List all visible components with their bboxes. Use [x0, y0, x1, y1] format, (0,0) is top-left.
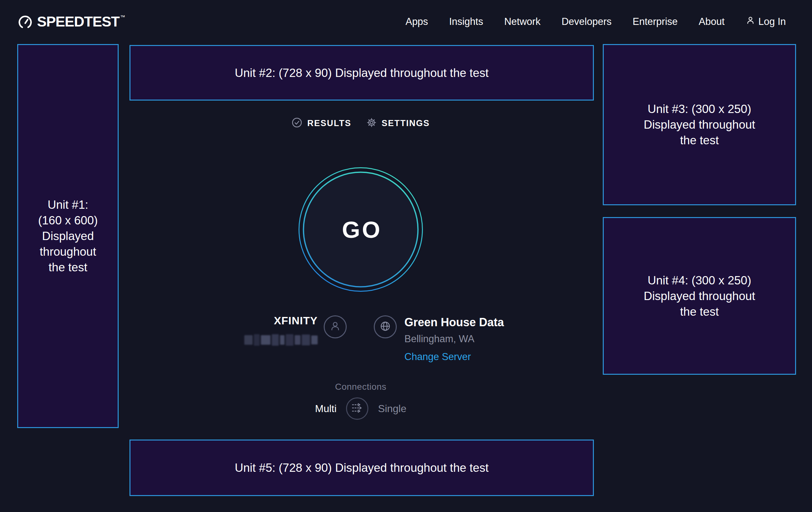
results-settings-tabs: RESULTS SETTINGS — [119, 114, 603, 133]
redacted-ip-address — [244, 334, 318, 346]
ad-text-line: Unit #1: — [48, 197, 88, 213]
ad-text-line: (160 x 600) — [38, 213, 97, 228]
server-info: Green House Data Bellingham, WA Change S… — [404, 315, 504, 363]
globe-icon — [378, 319, 392, 334]
server-globe-badge — [374, 315, 397, 339]
ad-unit-1-skyscraper[interactable]: Unit #1: (160 x 600) Displayed throughou… — [17, 44, 119, 428]
user-icon — [746, 16, 755, 28]
connections-label: Connections — [119, 382, 603, 392]
ad-text-line: Unit #3: (300 x 250) — [648, 101, 751, 117]
isp-name: XFINITY — [204, 314, 318, 327]
ad-unit-2-leaderboard[interactable]: Unit #2: (728 x 90) Displayed throughout… — [129, 45, 594, 101]
brand-wordmark: SPEEDTEST™ — [37, 14, 125, 29]
nav-item-enterprise[interactable]: Enterprise — [633, 16, 677, 27]
server-location: Bellingham, WA — [404, 332, 504, 345]
connections-toggle-button[interactable] — [346, 397, 368, 420]
connections-single-label: Single — [378, 403, 406, 415]
ad-text-line: Displayed — [42, 228, 94, 244]
go-button-label: GO — [298, 167, 423, 292]
change-server-link[interactable]: Change Server — [404, 350, 471, 363]
login-button[interactable]: Log In — [746, 16, 786, 28]
ad-text-line: Unit #5: (728 x 90) Displayed throughout… — [235, 460, 489, 476]
tab-results[interactable]: RESULTS — [291, 117, 351, 129]
trademark-mark: ™ — [120, 14, 125, 21]
ad-text-line: Unit #4: (300 x 250) — [648, 273, 751, 288]
ad-text-line: Displayed throughout — [644, 288, 755, 304]
connections-toggle-row: Multi Single — [119, 397, 603, 420]
ad-text-line: throughout — [40, 244, 96, 260]
tab-settings[interactable]: SETTINGS — [366, 117, 430, 129]
nav-item-developers[interactable]: Developers — [562, 16, 612, 27]
connections-multi-label: Multi — [315, 403, 337, 415]
speedometer-icon — [18, 14, 32, 29]
person-icon — [329, 320, 342, 334]
settings-tab-label: SETTINGS — [382, 118, 430, 128]
brand-name: SPEEDTEST — [37, 14, 120, 30]
main-nav: Apps Insights Network Developers Enterpr… — [405, 16, 786, 28]
server-name: Green House Data — [404, 315, 504, 329]
results-tab-label: RESULTS — [307, 118, 351, 128]
ad-unit-3-rectangle[interactable]: Unit #3: (300 x 250) Displayed throughou… — [603, 44, 796, 205]
isp-avatar-badge — [324, 315, 347, 339]
ad-text-line: Unit #2: (728 x 90) Displayed throughout… — [235, 65, 489, 81]
login-label: Log In — [758, 16, 786, 27]
ad-text-line: the test — [680, 304, 719, 320]
nav-item-apps[interactable]: Apps — [405, 16, 428, 27]
speedtest-page: SPEEDTEST™ Apps Insights Network Develop… — [0, 0, 812, 512]
ad-unit-4-rectangle[interactable]: Unit #4: (300 x 250) Displayed throughou… — [603, 217, 796, 375]
ad-text-line: the test — [49, 260, 87, 275]
go-button[interactable]: GO — [298, 167, 423, 292]
nav-item-about[interactable]: About — [699, 16, 725, 27]
multi-connection-arrows-icon — [350, 403, 364, 414]
nav-item-network[interactable]: Network — [504, 16, 541, 27]
isp-info: XFINITY — [204, 314, 318, 346]
gear-icon — [366, 117, 377, 129]
ad-text-line: Displayed throughout — [644, 117, 755, 132]
ad-unit-5-leaderboard[interactable]: Unit #5: (728 x 90) Displayed throughout… — [129, 439, 594, 496]
ad-text-line: the test — [680, 132, 719, 148]
top-nav-bar: SPEEDTEST™ Apps Insights Network Develop… — [0, 0, 812, 44]
nav-item-insights[interactable]: Insights — [449, 16, 483, 27]
speedtest-logo[interactable]: SPEEDTEST™ — [18, 14, 125, 29]
check-circle-icon — [291, 117, 302, 129]
